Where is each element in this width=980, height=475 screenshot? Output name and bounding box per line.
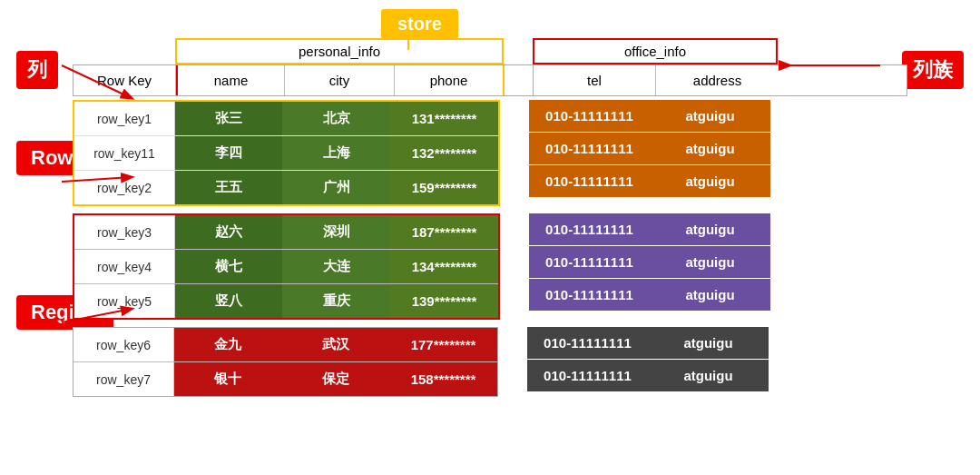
cell-rowkey: row_key2 [74, 171, 175, 204]
cell-city: 上海 [282, 136, 390, 170]
region2-group: row_key3 赵六 深圳 187******** row_key4 横七 大… [73, 213, 907, 320]
col-address: address [656, 65, 779, 95]
cell-tel: 010-11111111 [529, 279, 650, 311]
cell-city: 广州 [282, 171, 390, 204]
cell-city: 重庆 [282, 284, 390, 318]
cell-city: 大连 [282, 250, 390, 283]
liezu-label: 列族 [902, 51, 964, 89]
cell-address: atguigu [648, 360, 769, 391]
cell-address: atguigu [648, 327, 769, 359]
cell-address: atguigu [650, 213, 770, 245]
layout: personal_info office_info Row Key name c… [73, 38, 907, 397]
main-container: store 列 列族 Row key Region [0, 0, 980, 475]
spacer1 [73, 206, 907, 213]
cell-address: atguigu [650, 133, 770, 164]
table-row: row_key3 赵六 深圳 187******** [74, 215, 498, 250]
spacer2 [73, 320, 907, 327]
col-name: name [176, 65, 285, 95]
cell-tel: 010-11111111 [529, 213, 650, 245]
cell-name: 金九 [174, 328, 281, 361]
cell-address: atguigu [650, 165, 770, 197]
table-row: row_key11 李四 上海 132******** [74, 136, 498, 171]
cell-rowkey: row_key1 [74, 102, 175, 135]
cell-tel: 010-11111111 [529, 100, 650, 132]
cell-address: atguigu [650, 100, 770, 132]
cell-phone: 131******** [390, 102, 498, 135]
region2-personal: row_key3 赵六 深圳 187******** row_key4 横七 大… [73, 213, 500, 320]
table-row: row_key1 张三 北京 131******** [74, 102, 498, 136]
cell-tel: 010-11111111 [527, 327, 648, 359]
col-tel: tel [534, 65, 656, 95]
col-headers: Row Key name city phone tel address [73, 64, 907, 96]
personal-info-label: personal_info [175, 38, 504, 64]
table-row: 010-11111111 atguigu [529, 100, 770, 133]
region3-group: row_key6 金九 武汉 177******** row_key7 银十 保… [73, 327, 907, 397]
lie-label: 列 [16, 51, 58, 89]
office-info-label: office_info [533, 38, 778, 64]
cell-city: 保定 [281, 362, 389, 396]
region1-group: row_key1 张三 北京 131******** row_key11 李四 … [73, 100, 907, 206]
col-phone: phone [395, 65, 505, 95]
cell-address: atguigu [650, 279, 770, 311]
cell-tel: 010-11111111 [527, 360, 648, 391]
family-labels-row: personal_info office_info [175, 38, 907, 64]
cell-name: 竖八 [175, 284, 282, 318]
cell-rowkey: row_key7 [74, 362, 174, 396]
table-row: 010-11111111 atguigu [527, 360, 769, 391]
table-row: 010-11111111 atguigu [529, 165, 770, 197]
cell-phone: 158******** [389, 362, 497, 396]
cell-rowkey: row_key11 [74, 136, 175, 170]
cell-city: 武汉 [281, 328, 389, 361]
cell-tel: 010-11111111 [529, 246, 650, 278]
store-label: store [381, 9, 458, 39]
table-row: row_key2 王五 广州 159******** [74, 171, 498, 204]
cell-phone: 132******** [390, 136, 498, 170]
cell-phone: 134******** [390, 250, 498, 283]
region3-personal: row_key6 金九 武汉 177******** row_key7 银十 保… [73, 327, 498, 397]
cell-phone: 159******** [390, 171, 498, 204]
cell-rowkey: row_key3 [74, 215, 175, 249]
cell-phone: 187******** [390, 215, 498, 249]
region1-office: 010-11111111 atguigu 010-11111111 atguig… [529, 100, 770, 206]
region1-personal: row_key1 张三 北京 131******** row_key11 李四 … [73, 100, 500, 206]
col-rowkey: Row Key [74, 65, 176, 95]
cell-name: 横七 [175, 250, 282, 283]
cell-tel: 010-11111111 [529, 165, 650, 197]
cell-address: atguigu [650, 246, 770, 278]
cell-city: 深圳 [282, 215, 390, 249]
table-row: 010-11111111 atguigu [527, 327, 769, 360]
cell-rowkey: row_key4 [74, 250, 175, 283]
table-row: 010-11111111 atguigu [529, 246, 770, 279]
cell-phone: 177******** [389, 328, 497, 361]
region3-office: 010-11111111 atguigu 010-11111111 atguig… [527, 327, 769, 397]
table-row: 010-11111111 atguigu [529, 279, 770, 311]
col-city: city [285, 65, 395, 95]
cell-name: 李四 [175, 136, 282, 170]
cell-city: 北京 [282, 102, 390, 135]
region2-office: 010-11111111 atguigu 010-11111111 atguig… [529, 213, 770, 320]
table-row: row_key6 金九 武汉 177******** [74, 328, 497, 362]
cell-phone: 139******** [390, 284, 498, 318]
table-row: row_key5 竖八 重庆 139******** [74, 284, 498, 318]
table-row: 010-11111111 atguigu [529, 213, 770, 246]
table-row: row_key7 银十 保定 158******** [74, 362, 497, 396]
cell-name: 赵六 [175, 215, 282, 249]
table-row: 010-11111111 atguigu [529, 133, 770, 165]
cell-name: 王五 [175, 171, 282, 204]
cell-name: 张三 [175, 102, 282, 135]
cell-tel: 010-11111111 [529, 133, 650, 164]
cell-name: 银十 [174, 362, 281, 396]
table-row: row_key4 横七 大连 134******** [74, 250, 498, 284]
cell-rowkey: row_key5 [74, 284, 175, 318]
cell-rowkey: row_key6 [74, 328, 174, 361]
